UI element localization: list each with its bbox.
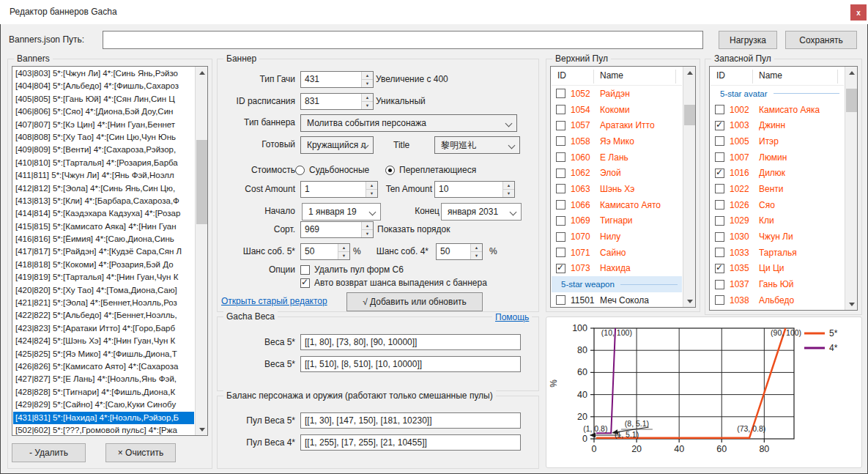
path-input[interactable] xyxy=(103,31,703,49)
pool-row[interactable]: 1033Тарталья xyxy=(711,245,844,261)
spin-down-icon[interactable]: ▼ xyxy=(338,252,349,259)
pool-row[interactable]: 1057Аратаки Итто xyxy=(552,117,682,133)
pool-row[interactable]: 1052Райдэн xyxy=(552,86,682,102)
banner-list-item[interactable]: [429|829] 5*:[Сайно] 4*:[Саю,Куки Синобу xyxy=(13,399,194,411)
pool-item-checkbox[interactable] xyxy=(556,184,565,193)
banners-listbox[interactable]: [403|803] 5*:[Чжун Ли] 4*:[Синь Янь,Рэйз… xyxy=(12,66,208,436)
banner-list-item[interactable]: [404|804] 5*:[Альбедо] 4*:[Фишль,Сахароз xyxy=(13,80,194,92)
pool-row[interactable]: 1035Ци Ци xyxy=(711,261,844,277)
end-date-select[interactable]: января 2031 xyxy=(441,203,522,221)
pool-weights5-input[interactable] xyxy=(300,412,521,429)
pool-item-checkbox[interactable] xyxy=(715,169,724,178)
pool-item-checkbox[interactable] xyxy=(556,216,565,226)
upper-pool-list[interactable]: ID Name 1052Райдэн1054Кокоми1057Аратаки … xyxy=(550,66,696,308)
banner-list-item[interactable]: [409|809] 5*:[Венти] 4*:[Сахароза,Рэйзор… xyxy=(13,144,194,156)
banner-list-item[interactable]: [428|828] 5*:[Тигнари] 4*:[Фишль,Диона,К xyxy=(13,386,194,399)
spin-down-icon[interactable]: ▼ xyxy=(362,230,373,237)
pool-row[interactable]: 1070Нилу xyxy=(552,229,682,245)
pool-item-checkbox[interactable] xyxy=(715,232,724,242)
weights5-input[interactable] xyxy=(300,334,521,350)
cost-radio-fate[interactable] xyxy=(295,166,305,175)
scroll-up-button[interactable] xyxy=(845,67,858,78)
banner-list-item[interactable]: [427|827] 5*:[Е Лань] 4*:[Ноэлль,Янь Фэй… xyxy=(13,373,194,385)
spin-up-icon[interactable]: ▲ xyxy=(362,222,373,230)
old-editor-link[interactable]: Открыть старый редактор xyxy=(221,296,327,306)
pool-item-checkbox[interactable] xyxy=(556,136,565,146)
remove-pool-checkbox[interactable] xyxy=(300,265,310,275)
cost-radio-intertwined[interactable] xyxy=(385,166,395,175)
gacha-type-stepper[interactable]: 431 ▲▼ xyxy=(300,71,374,88)
banners-scrollbar[interactable] xyxy=(195,67,207,435)
banner-list-item[interactable]: [419|819] 5*:[Тарталья] 4*:[Нин Гуан,Чун… xyxy=(13,271,194,284)
pool-item-checkbox[interactable] xyxy=(556,248,565,257)
pool-item-checkbox[interactable] xyxy=(715,200,724,210)
pool-item-checkbox[interactable] xyxy=(556,295,565,305)
spin-up-icon[interactable]: ▲ xyxy=(471,244,482,252)
pool-item-checkbox[interactable] xyxy=(715,105,724,114)
pool-row[interactable]: 1069Тигнари xyxy=(552,213,682,229)
banner-list-item[interactable]: [421|821] 5*:[Эола] 4*:[Беннет,Ноэлль,Ро… xyxy=(13,297,194,309)
reserve-pool-scrollbar[interactable] xyxy=(845,67,857,310)
banner-list-item[interactable]: [422|822] 5*:[Альбедо] 4*:[Беннет,Ноэлль… xyxy=(13,309,194,322)
banner-list-item[interactable]: [416|816] 5*:[Ёимия] 4*:[Саю,Диона,Синь xyxy=(13,233,194,245)
pool-row[interactable]: 1054Кокоми xyxy=(552,102,682,118)
pool-item-checkbox[interactable] xyxy=(715,184,724,193)
spin-down-icon[interactable]: ▼ xyxy=(362,80,373,87)
chance4-stepper[interactable]: 50 ▲▼ xyxy=(436,243,483,260)
pool-row[interactable]: 1026Сяо xyxy=(711,197,844,213)
title-select[interactable]: 黎明巡礼 xyxy=(434,136,520,154)
pool-item-checkbox[interactable] xyxy=(715,280,724,289)
scrollbar-thumb[interactable] xyxy=(846,89,857,112)
banner-list-item[interactable]: [423|823] 5*:[Аратаки Итто] 4*:[Горо,Бар… xyxy=(13,322,194,335)
spin-up-icon[interactable]: ▲ xyxy=(503,182,514,190)
banner-list-item[interactable]: [408|808] 5*:[Ху Тао] 4*:[Син Цю,Чун Юнь xyxy=(13,131,194,144)
banner-list-item[interactable]: [502|602] 5*:[???,Громовой пульс] 4*:[Рж… xyxy=(13,424,194,434)
pool-row[interactable]: 11501Меч Сокола xyxy=(552,292,682,306)
scroll-down-button[interactable] xyxy=(196,423,208,435)
schedule-id-stepper[interactable]: 831 ▲▼ xyxy=(300,93,374,110)
pool-item-checkbox[interactable] xyxy=(715,152,724,162)
banner-list-item[interactable]: [425|825] 5*:[Яэ Мико] 4*:[Фишль,Диона,Т xyxy=(13,348,194,360)
load-button[interactable]: Нагрузка xyxy=(719,31,777,49)
spin-up-icon[interactable]: ▲ xyxy=(338,244,349,252)
save-button[interactable]: Сохранять xyxy=(785,31,857,49)
banner-type-select[interactable]: Молитва события персонажа xyxy=(300,114,517,132)
scroll-down-button[interactable] xyxy=(683,295,696,307)
pool-row[interactable]: 1066Камисато Аято xyxy=(552,197,682,213)
clear-banners-button[interactable]: × Очистить xyxy=(105,443,176,462)
pool-row[interactable]: 1022Венти xyxy=(711,181,844,197)
reserve-pool-list[interactable]: ID Name 5-star avatar1002Камисато Аяка10… xyxy=(709,66,858,311)
scrollbar-thumb[interactable] xyxy=(684,105,695,125)
cost-amount-stepper[interactable]: 1 ▲▼ xyxy=(300,181,378,198)
pool-item-checkbox[interactable] xyxy=(715,264,724,273)
upper-pool-scrollbar[interactable] xyxy=(683,67,695,307)
pool-row[interactable]: 1029Кли xyxy=(711,213,844,229)
banner-list-item[interactable]: [418|818] 5*:[Кокоми] 4*:[Розария,Бэй До xyxy=(13,259,194,271)
pool-item-checkbox[interactable] xyxy=(556,89,565,98)
banner-list-item[interactable]: [411|811] 5*:[Чжун Ли] 4*:[Янь Фэй,Ноэлл xyxy=(13,169,194,182)
pool-item-checkbox[interactable] xyxy=(715,121,724,130)
pool-row[interactable]: 1063Шэнь Хэ xyxy=(552,181,682,197)
banner-list-item[interactable]: [407|807] 5*:[Кэ Цин] 4*:[Нин Гуан,Бенне… xyxy=(13,119,194,131)
spin-up-icon[interactable]: ▲ xyxy=(362,94,373,102)
weights4-input[interactable] xyxy=(300,356,521,372)
pool-weights4-input[interactable] xyxy=(300,434,521,451)
pool-item-checkbox[interactable] xyxy=(556,169,565,178)
pool-row[interactable]: 1038Альбедо xyxy=(711,292,844,308)
banner-list-item[interactable]: [413|813] 5*:[Кли] 4*:[Барбара,Сахароза,… xyxy=(13,195,194,207)
pool-row[interactable]: 1071Сайно xyxy=(552,245,682,261)
pool-row[interactable]: 1037Гань Юй xyxy=(711,276,844,292)
pool-item-checkbox[interactable] xyxy=(556,264,565,273)
spin-down-icon[interactable]: ▼ xyxy=(362,102,373,109)
pool-row[interactable]: 1002Камисато Аяка xyxy=(711,102,844,118)
pool-item-checkbox[interactable] xyxy=(556,121,565,130)
banner-list-item[interactable]: [405|805] 5*:[Гань Юй] 4*:[Сян Лин,Син Ц xyxy=(13,93,194,105)
spin-up-icon[interactable]: ▲ xyxy=(362,72,373,80)
pool-row[interactable]: 1073Нахида xyxy=(552,261,682,277)
banner-list-item[interactable]: [412|812] 5*:[Эола] 4*:[Синь Янь,Син Цю, xyxy=(13,182,194,195)
pool-row[interactable]: 1058Яэ Мико xyxy=(552,133,682,149)
add-update-button[interactable]: √ Добавить или обновить xyxy=(346,292,483,311)
scrollbar-thumb[interactable] xyxy=(196,140,207,224)
scroll-down-button[interactable] xyxy=(845,298,858,310)
banner-list-item[interactable]: [414|814] 5*:[Каэдэхара Кадзуха] 4*:[Роз… xyxy=(13,207,194,220)
